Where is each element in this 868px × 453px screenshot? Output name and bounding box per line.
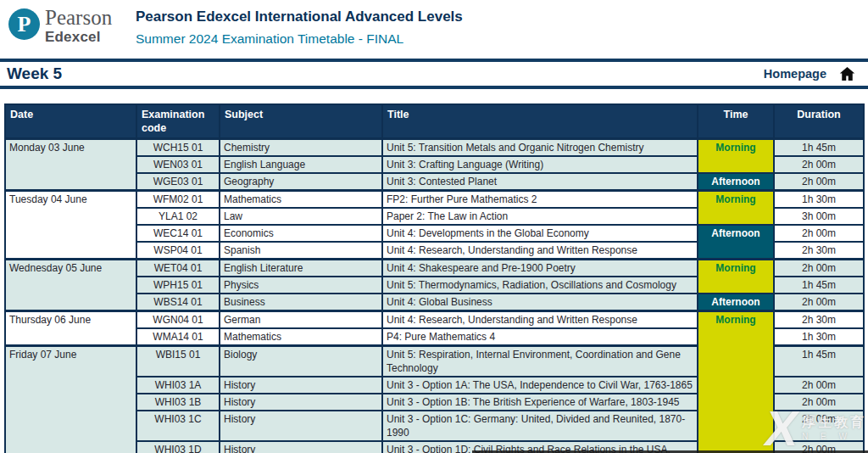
exam-code-cell: WEN03 01 [136, 156, 220, 173]
table-header-row: Date Examination code Subject Title Time… [5, 104, 864, 139]
subject-cell: History [220, 377, 382, 394]
time-cell-afternoon: Afternoon [698, 173, 774, 191]
exam-code-cell: WBS14 01 [136, 294, 220, 311]
page: P Pearson Edexcel Pearson Edexcel Intern… [0, 0, 868, 453]
duration-cell: 2h 00m [774, 156, 864, 173]
subject-cell: History [220, 441, 382, 453]
col-header-subject: Subject [220, 104, 382, 139]
exam-timetable: Date Examination code Subject Title Time… [4, 103, 865, 453]
exam-row: Thursday 06 JuneWGN04 01GermanUnit 4: Re… [5, 311, 864, 329]
subject-cell: Physics [220, 277, 382, 294]
duration-cell: 2h 00m [774, 173, 864, 191]
subject-cell: English Literature [220, 260, 382, 277]
exam-code-cell: WGN04 01 [136, 311, 220, 329]
title-block: Pearson Edexcel International Advanced L… [136, 8, 463, 47]
document-title: Pearson Edexcel International Advanced L… [136, 8, 463, 25]
logo-text-edexcel: Edexcel [45, 29, 112, 46]
exam-code-cell: WHI03 1B [136, 394, 220, 411]
title-cell: Unit 3: Contested Planet [382, 173, 698, 191]
date-cell: Friday 07 June [5, 346, 136, 453]
timetable-body: Monday 03 JuneWCH15 01ChemistryUnit 5: T… [5, 139, 864, 453]
week-bar: Week 5 Homepage [0, 64, 868, 84]
exam-row: Tuesday 04 JuneWFM02 01MathematicsFP2: F… [5, 191, 864, 209]
duration-cell: 2h 00m [774, 377, 864, 394]
subject-cell: Mathematics [220, 191, 382, 209]
exam-row: Wednesday 05 JuneWET04 01English Literat… [5, 260, 864, 277]
title-cell: Unit 4: Research, Understanding and Writ… [382, 242, 698, 260]
duration-cell: 2h 00m [774, 411, 864, 441]
title-cell: Unit 5: Thermodynamics, Radiation, Oscil… [382, 277, 698, 294]
exam-code-cell: WHI03 1D [136, 441, 220, 453]
date-cell: Tuesday 04 June [5, 191, 136, 260]
title-cell: Unit 3 - Option 1A: The USA, Independenc… [382, 377, 698, 394]
home-icon[interactable] [838, 65, 856, 82]
col-header-duration: Duration [774, 104, 864, 139]
duration-cell: 2h 30m [774, 311, 864, 329]
time-cell-morning: Morning [698, 139, 774, 174]
homepage-label[interactable]: Homepage [764, 67, 826, 81]
title-cell: Unit 4: Research, Understanding and Writ… [382, 311, 698, 329]
exam-code-cell: WHI03 1C [136, 411, 220, 441]
divider-top [0, 59, 868, 62]
title-cell: Unit 4: Developments in the Global Econo… [382, 225, 698, 242]
subject-cell: Biology [220, 346, 382, 378]
exam-code-cell: YLA1 02 [136, 208, 220, 225]
subject-cell: Geography [220, 173, 382, 191]
subject-cell: Economics [220, 225, 382, 242]
subject-cell: Mathematics [220, 328, 382, 346]
time-cell-morning: Morning [698, 191, 774, 226]
title-cell: Unit 3 - Option 1B: The British Experien… [382, 394, 698, 411]
exam-code-cell: WGE03 01 [136, 173, 220, 191]
col-header-examination-code: Examination code [136, 104, 220, 139]
exam-code-cell: WSP04 01 [136, 242, 220, 260]
subject-cell: History [220, 394, 382, 411]
exam-code-cell: WCH15 01 [136, 139, 220, 157]
exam-code-cell: WHI03 1A [136, 377, 220, 394]
week-title: Week 5 [7, 64, 62, 83]
logo-text-pearson: Pearson [45, 7, 112, 29]
col-header-date: Date [5, 104, 136, 139]
subject-cell: Chemistry [220, 139, 382, 157]
exam-code-cell: WFM02 01 [136, 191, 220, 209]
duration-cell: 1h 30m [774, 328, 864, 346]
duration-cell: 1h 45m [774, 139, 864, 157]
homepage-link[interactable]: Homepage [764, 65, 856, 82]
col-header-title: Title [382, 104, 698, 139]
document-subtitle: Summer 2024 Examination Timetable - FINA… [136, 31, 463, 47]
pearson-logo-icon: P [8, 8, 40, 40]
exam-code-cell: WMA14 01 [136, 328, 220, 346]
date-cell: Monday 03 June [5, 139, 136, 191]
time-cell-afternoon: Afternoon [698, 225, 774, 260]
subject-cell: Spanish [220, 242, 382, 260]
exam-code-cell: WET04 01 [136, 260, 220, 277]
duration-cell: 2h 00m [774, 394, 864, 411]
subject-cell: German [220, 311, 382, 329]
duration-cell: 2h 30m [774, 242, 864, 260]
duration-cell: 2h 00m [774, 260, 864, 277]
subject-cell: Law [220, 208, 382, 225]
subject-cell: English Language [220, 156, 382, 173]
duration-cell: 2h 00m [774, 294, 864, 311]
time-cell-afternoon: Afternoon [698, 294, 774, 311]
title-cell: Unit 3 - Option 1C: Germany: United, Div… [382, 411, 698, 441]
duration-cell: 1h 45m [774, 346, 864, 378]
duration-cell: 1h 30m [774, 191, 864, 209]
date-cell: Thursday 06 June [5, 311, 136, 346]
divider-bottom [0, 86, 868, 89]
title-cell: Unit 4: Shakespeare and Pre-1900 Poetry [382, 260, 698, 277]
time-cell-morning: Morning [698, 260, 774, 294]
title-cell: FP2: Further Pure Mathematics 2 [382, 191, 698, 209]
title-cell: Unit 5: Transition Metals and Organic Ni… [382, 139, 698, 157]
time-cell-morning: Morning [698, 311, 774, 453]
title-cell: Unit 3: Crafting Language (Writing) [382, 156, 698, 173]
duration-cell: 1h 45m [774, 277, 864, 294]
exam-code-cell: WEC14 01 [136, 225, 220, 242]
subject-cell: Business [220, 294, 382, 311]
exam-code-cell: WBI15 01 [136, 346, 220, 378]
pearson-edexcel-logo: P Pearson Edexcel [8, 7, 134, 46]
title-cell: Unit 4: Global Business [382, 294, 698, 311]
app-header: P Pearson Edexcel [8, 7, 134, 46]
exam-row: Monday 03 JuneWCH15 01ChemistryUnit 5: T… [5, 139, 864, 157]
subject-cell: History [220, 411, 382, 441]
title-cell: Paper 2: The Law in Action [382, 208, 698, 225]
